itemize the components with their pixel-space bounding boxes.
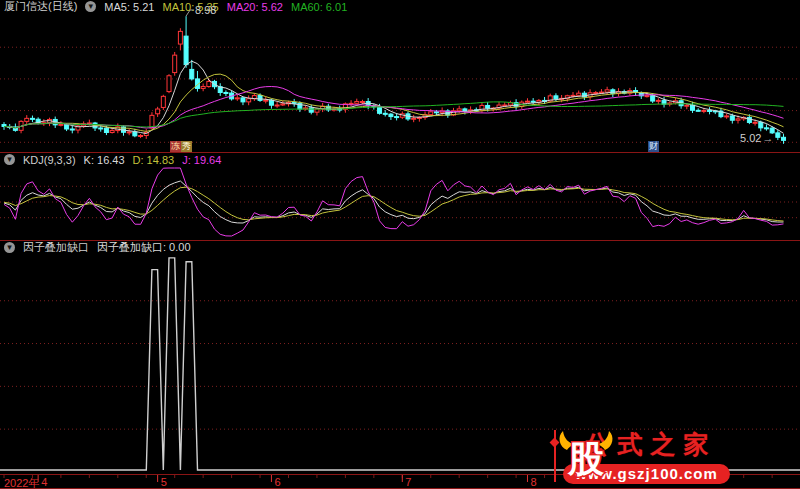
chevron-down-icon[interactable]: ▾ (4, 242, 15, 253)
last-price-value: 5.02 (740, 132, 761, 144)
month-label: 8 (530, 476, 536, 488)
kdj-k-label: K: 16.43 (84, 154, 125, 166)
event-badge[interactable]: 财 (648, 141, 659, 152)
month-label: 5 (161, 476, 167, 488)
chevron-down-icon[interactable]: ▾ (85, 1, 96, 12)
watermark-divider (554, 430, 556, 482)
kdj-header: ▾ KDJ(9,3,3) K: 16.43 D: 14.83 J: 19.64 (4, 153, 221, 166)
main-chart-header: 厦门信达(日线) ▾ MA5: 5.21 MA10: 5.35 MA20: 5.… (4, 0, 347, 13)
event-badge[interactable]: 秀 (181, 141, 192, 152)
tdx-chart-window: 厦门信达(日线) ▾ MA5: 5.21 MA10: 5.35 MA20: 5.… (0, 0, 800, 489)
event-badge[interactable]: 冻 (170, 141, 181, 152)
ma60-label: MA60: 6.01 (291, 1, 347, 13)
kdj-name: KDJ(9,3,3) (23, 154, 76, 166)
kdj-d-label: D: 14.83 (133, 154, 175, 166)
year-label: 2022年 (4, 476, 39, 489)
month-label: 6 (274, 476, 280, 488)
bull-logo: 股 (554, 428, 618, 484)
factor-header: ▾ 因子叠加缺口 因子叠加缺口: 0.00 (4, 241, 191, 254)
kdj-j-label: J: 19.64 (182, 154, 221, 166)
watermark: 股 公式之家 www.gszj100.com (554, 428, 730, 484)
price-arrow-icon: → (762, 132, 773, 144)
last-price-label: 5.02 → (740, 132, 773, 144)
logo-char: 股 (567, 438, 604, 479)
ma20-label: MA20: 5.62 (227, 1, 283, 13)
ma5-label: MA5: 5.21 (104, 1, 154, 13)
high-price-label: 8.98 (195, 4, 216, 16)
stock-title: 厦门信达(日线) (4, 0, 77, 14)
factor-value-label: 因子叠加缺口: 0.00 (97, 240, 191, 255)
month-label: 4 (41, 476, 47, 488)
month-label: 7 (405, 476, 411, 488)
chevron-down-icon[interactable]: ▾ (4, 154, 15, 165)
factor-name: 因子叠加缺口 (23, 240, 89, 255)
